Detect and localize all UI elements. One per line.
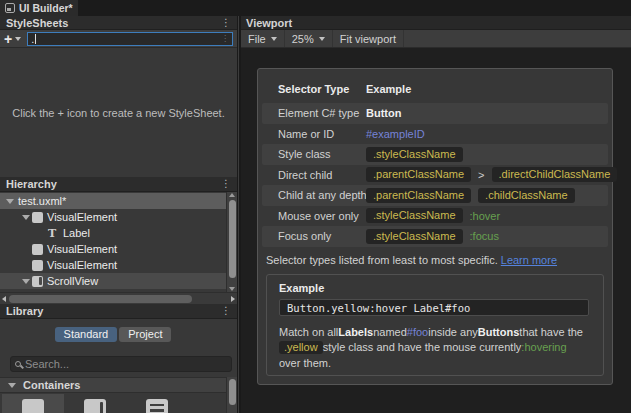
- label-icon: T: [48, 228, 61, 239]
- library-vertical-scrollbar[interactable]: [226, 377, 237, 413]
- scrollbar-thumb[interactable]: [9, 295, 192, 303]
- selector-row-direct-child: Direct child.parentClassName>.directChil…: [262, 165, 608, 186]
- window-tab-bar: UI Builder*: [0, 0, 631, 16]
- containers-foldout[interactable]: Containers: [0, 377, 226, 393]
- note-text: Selector types listed from least to most…: [266, 254, 498, 266]
- description-line: Match on all Labels named #foo inside an…: [279, 324, 595, 340]
- class-chip: .parentClassName: [366, 167, 471, 182]
- class-chip: .yellow: [279, 341, 323, 354]
- tab-title: UI Builder*: [19, 2, 73, 14]
- hierarchy-menu-icon[interactable]: ⋮: [221, 179, 231, 189]
- stylesheets-toolbar: + . ⋮: [0, 30, 237, 48]
- class-chip: .styleClassName: [366, 208, 463, 223]
- list-view-icon: [146, 399, 168, 413]
- left-panel: StyleSheets ⋮ + . ⋮ Click the + icon to …: [0, 16, 237, 413]
- file-menu-button[interactable]: File: [241, 30, 285, 47]
- zoom-dropdown[interactable]: 25%: [285, 30, 333, 47]
- selector-type-label: Focus only: [278, 230, 331, 242]
- hierarchy-horizontal-scrollbar[interactable]: [0, 292, 237, 304]
- tree-item-label: Label: [63, 227, 90, 239]
- hierarchy-vertical-scrollbar[interactable]: [226, 192, 237, 292]
- expander-arrow-icon[interactable]: [20, 279, 32, 284]
- selector-help-card: Selector Type Example Element C# typeBut…: [257, 68, 613, 385]
- library-content: StandardProject Containers: [0, 319, 237, 413]
- library-item-visual-element[interactable]: [2, 394, 64, 413]
- class-chip: .styleClassName: [366, 229, 463, 244]
- add-stylesheet-button[interactable]: +: [4, 32, 12, 46]
- tree-item-label: ScrollView: [47, 275, 98, 287]
- selector-type-label: Style class: [278, 148, 331, 160]
- scroll-down-icon[interactable]: [229, 287, 235, 291]
- search-icon: [15, 361, 21, 367]
- tree-item-label: VisualElement: [47, 211, 117, 223]
- text: inside any: [428, 326, 478, 338]
- selector-row-element-c-type: Element C# typeButton: [262, 103, 608, 124]
- scroll-left-icon[interactable]: [2, 296, 6, 302]
- column-example: Example: [366, 83, 411, 95]
- text: style class and have the mouse currently: [323, 341, 522, 353]
- text: >: [478, 169, 484, 181]
- hierarchy-header: Hierarchy ⋮: [0, 177, 237, 192]
- example-code-box: Button.yellow:hover Label#foo: [279, 299, 589, 316]
- description-line: over them.: [279, 355, 595, 371]
- scrollbar-thumb[interactable]: [229, 200, 236, 278]
- example-description: Match on all Labels named #foo inside an…: [279, 324, 595, 371]
- ui-builder-tab[interactable]: UI Builder*: [0, 0, 78, 16]
- tree-item-visualelement[interactable]: VisualElement: [0, 209, 226, 225]
- example-code: Button.yellow:hover Label#foo: [287, 302, 470, 314]
- selector-type-label: Child at any depth: [278, 189, 367, 201]
- add-dropdown-icon[interactable]: [15, 37, 21, 41]
- selector-type-label: Name or ID: [278, 128, 334, 140]
- input-menu-icon[interactable]: ⋮: [221, 34, 229, 43]
- viewport-toolbar: File 25% Fit viewport: [241, 30, 631, 48]
- library-tab-project[interactable]: Project: [119, 327, 171, 342]
- tree-item-label: test.uxml*: [18, 195, 66, 207]
- tree-item-test-uxml-[interactable]: test.uxml*: [0, 193, 226, 209]
- viewport-title: Viewport: [246, 17, 292, 29]
- text: Buttons: [478, 326, 520, 338]
- scroll-up-icon[interactable]: [229, 193, 235, 197]
- stylesheets-menu-icon[interactable]: ⋮: [221, 18, 231, 28]
- selector-example: .parentClassName.childClassName: [366, 185, 575, 206]
- ui-builder-window: UI Builder* StyleSheets ⋮ + . ⋮ Click th…: [0, 0, 631, 413]
- new-selector-input[interactable]: . ⋮: [27, 32, 233, 46]
- text: that have the: [519, 326, 583, 338]
- library-item-list-view[interactable]: [126, 394, 188, 413]
- expander-arrow-icon[interactable]: [4, 199, 16, 204]
- viewport-canvas[interactable]: Selector Type Example Element C# typeBut…: [241, 48, 631, 413]
- selector-row-child-at-any-depth: Child at any depth.parentClassName.child…: [262, 185, 608, 206]
- fit-viewport-button[interactable]: Fit viewport: [333, 30, 404, 47]
- expander-arrow-icon[interactable]: [20, 215, 32, 220]
- fit-viewport-label: Fit viewport: [340, 33, 396, 45]
- search-input[interactable]: [25, 358, 227, 370]
- class-chip: .childClassName: [478, 188, 575, 203]
- viewport-panel: Viewport File 25% Fit viewport Selector …: [241, 16, 631, 413]
- visual-element-icon: [32, 212, 45, 223]
- learn-more-link[interactable]: Learn more: [501, 254, 557, 266]
- scrollbar-thumb[interactable]: [229, 379, 236, 405]
- pseudo-state: :hover: [470, 210, 501, 222]
- library-header: Library ⋮: [0, 304, 237, 319]
- pseudo-state: :hovering: [521, 341, 566, 353]
- tree-item-label: VisualElement: [47, 259, 117, 271]
- tree-item-visualelement[interactable]: VisualElement: [0, 257, 226, 273]
- tree-item-label[interactable]: TLabel: [0, 225, 226, 241]
- tree-item-label: VisualElement: [47, 243, 117, 255]
- visual-element-icon: [22, 399, 44, 413]
- scroll-right-icon[interactable]: [231, 296, 235, 302]
- text-caret: [35, 34, 36, 44]
- selector-row-style-class: Style class.styleClassName: [262, 144, 608, 165]
- library-tab-standard[interactable]: Standard: [55, 327, 118, 342]
- foldout-arrow-icon[interactable]: [6, 383, 18, 388]
- stylesheets-empty-state: Click the + icon to create a new StyleSh…: [0, 48, 237, 177]
- chevron-down-icon: [271, 37, 277, 41]
- tree-item-scrollview[interactable]: ScrollView: [0, 273, 226, 289]
- tree-item-visualelement[interactable]: VisualElement: [0, 241, 226, 257]
- file-menu-label: File: [248, 33, 266, 45]
- library-item-scroll-view[interactable]: [64, 394, 126, 413]
- library-menu-icon[interactable]: ⋮: [221, 306, 231, 316]
- table-header: Selector Type Example: [258, 83, 612, 99]
- library-search[interactable]: [10, 356, 232, 372]
- text: over them.: [279, 357, 331, 369]
- id-text: #foo: [407, 326, 428, 338]
